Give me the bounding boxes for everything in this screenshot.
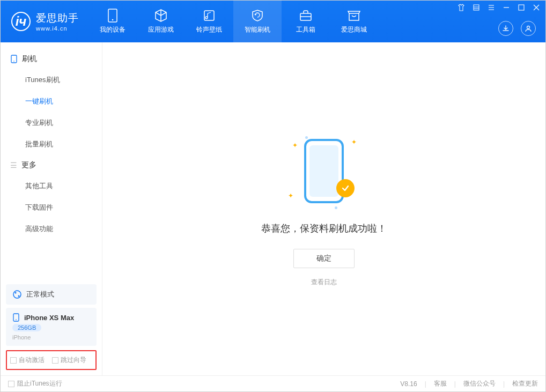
view-log-link[interactable]: 查看日志 (311, 278, 337, 287)
sparkle-icon: ✦ (288, 192, 293, 199)
tab-label: 智能刷机 (245, 25, 270, 34)
checkbox-icon (8, 381, 14, 387)
block-itunes-checkbox[interactable]: 阻止iTunes运行 (8, 379, 62, 388)
refresh-shield-icon (250, 9, 264, 23)
tab-label: 爱思商城 (341, 25, 367, 34)
ok-button[interactable]: 确定 (293, 249, 355, 268)
user-icon[interactable] (521, 21, 536, 36)
minimize-icon[interactable] (503, 4, 510, 11)
version-text: V8.16 (400, 380, 417, 388)
sidebar-item-advanced[interactable]: 高级功能 (1, 218, 102, 240)
tab-bar: 我的设备 应用游戏 铃声壁纸 智能刷机 工具箱 爱思商城 (88, 1, 378, 42)
wallpaper-icon (202, 9, 216, 23)
sidebar-item-download-firmware[interactable]: 下载固件 (1, 197, 102, 218)
device-storage-badge: 256GB (12, 324, 41, 331)
device-type: iPhone (12, 334, 90, 341)
mode-label: 正常模式 (26, 290, 54, 299)
svg-point-16 (13, 61, 14, 62)
sidebar: 刷机 iTunes刷机 一键刷机 专业刷机 批量刷机 ☰ 更多 其他工具 下载固… (1, 42, 102, 375)
sidebar-group-flash: 刷机 (1, 49, 102, 69)
svg-point-14 (527, 26, 530, 29)
maximize-icon[interactable] (518, 4, 525, 11)
svg-rect-20 (13, 314, 19, 321)
tab-label: 铃声壁纸 (196, 25, 222, 34)
sparkle-icon: ✦ (292, 142, 298, 149)
svg-point-17 (13, 291, 21, 298)
svg-rect-11 (519, 5, 524, 10)
menu-icon[interactable] (473, 4, 480, 11)
bottom-options: 自动激活 跳过向导 (6, 350, 97, 370)
logo-block[interactable]: iч 爱思助手 www.i4.cn (1, 11, 88, 32)
cube-icon (154, 9, 168, 23)
app-subtitle: www.i4.cn (36, 25, 79, 32)
dot-icon (335, 206, 337, 209)
svg-point-21 (16, 319, 17, 320)
logo-icon: iч (11, 12, 31, 31)
mode-box[interactable]: 正常模式 (6, 284, 97, 305)
success-illustration: ✦ ✦ ✦ (284, 131, 364, 211)
sidebar-item-itunes-flash[interactable]: iTunes刷机 (1, 69, 102, 91)
sparkle-icon: ✦ (351, 138, 357, 146)
skip-guide-checkbox[interactable]: 跳过向导 (52, 356, 86, 365)
tab-label: 应用游戏 (148, 25, 174, 34)
success-text: 恭喜您，保资料刷机成功啦！ (261, 222, 387, 235)
tab-label: 我的设备 (100, 25, 126, 34)
device-name-text: iPhone XS Max (24, 314, 74, 322)
wechat-link[interactable]: 微信公众号 (463, 379, 496, 388)
tab-my-device[interactable]: 我的设备 (88, 1, 137, 42)
close-icon[interactable] (533, 4, 540, 11)
tab-apps-games[interactable]: 应用游戏 (137, 1, 185, 42)
auto-activate-checkbox[interactable]: 自动激活 (10, 356, 45, 365)
svg-point-18 (15, 292, 17, 294)
dot-icon (305, 136, 308, 139)
tab-toolbox[interactable]: 工具箱 (282, 1, 330, 42)
phone-icon (106, 9, 120, 23)
tab-label: 工具箱 (296, 25, 315, 34)
statusbar: 阻止iTunes运行 V8.16 | 客服 | 微信公众号 | 检查更新 (1, 375, 545, 391)
checkbox-icon (52, 357, 58, 364)
mode-icon (12, 290, 22, 299)
svg-point-1 (112, 19, 114, 21)
list-icon[interactable] (488, 4, 495, 11)
svg-rect-4 (474, 5, 479, 10)
sidebar-item-batch-flash[interactable]: 批量刷机 (1, 134, 102, 155)
support-link[interactable]: 客服 (434, 379, 447, 388)
sidebar-item-onekey-flash[interactable]: 一键刷机 (1, 91, 102, 112)
svg-point-19 (18, 295, 20, 297)
store-icon (347, 9, 361, 23)
shirt-icon[interactable] (458, 4, 465, 11)
sidebar-group-more: ☰ 更多 (1, 155, 102, 175)
header: iч 爱思助手 www.i4.cn 我的设备 应用游戏 铃声壁纸 智能刷机 工具… (1, 1, 545, 42)
device-icon (10, 55, 18, 63)
app-title: 爱思助手 (36, 11, 79, 25)
device-box[interactable]: iPhone XS Max 256GB iPhone (6, 308, 97, 346)
sidebar-item-other-tools[interactable]: 其他工具 (1, 175, 102, 197)
checkbox-icon (10, 357, 17, 364)
tab-smart-flash[interactable]: 智能刷机 (233, 1, 282, 42)
tab-store[interactable]: 爱思商城 (330, 1, 378, 42)
check-icon (336, 179, 355, 197)
svg-rect-15 (11, 55, 17, 63)
window-controls (458, 4, 540, 11)
tab-ringtones-wallpapers[interactable]: 铃声壁纸 (185, 1, 233, 42)
download-icon[interactable] (498, 21, 513, 36)
sidebar-item-pro-flash[interactable]: 专业刷机 (1, 112, 102, 134)
check-update-link[interactable]: 检查更新 (512, 379, 538, 388)
device-small-icon (12, 313, 20, 322)
more-icon: ☰ (10, 161, 17, 169)
main-content: ✦ ✦ ✦ 恭喜您，保资料刷机成功啦！ 确定 查看日志 (102, 42, 545, 375)
toolbox-icon (299, 9, 313, 23)
